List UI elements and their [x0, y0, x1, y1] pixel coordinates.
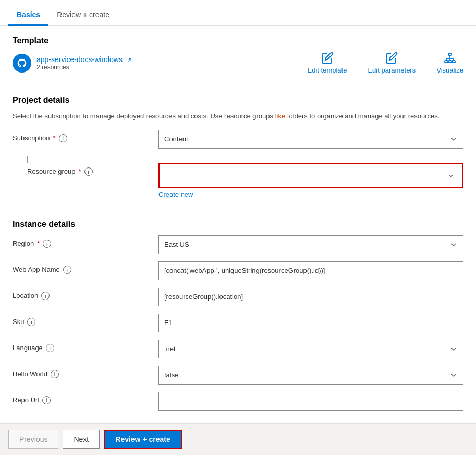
region-control: East US	[158, 235, 463, 254]
language-control: .net	[158, 340, 463, 358]
region-required: *	[37, 240, 40, 247]
web-app-name-input[interactable]	[158, 261, 463, 280]
repo-url-control	[158, 392, 463, 411]
svg-rect-1	[445, 61, 448, 63]
location-label-col: Location i	[13, 288, 158, 300]
web-app-name-row: Web App Name i	[13, 261, 463, 280]
divider-1	[13, 85, 463, 85]
location-control	[158, 288, 463, 306]
sku-label-col: Sku i	[13, 314, 158, 326]
template-info: app-service-docs-windows ↗ 2 resources	[13, 54, 132, 73]
location-input[interactable]	[158, 288, 463, 306]
subscription-row: Subscription * i Content	[13, 130, 463, 149]
hello-world-control: false true	[158, 366, 463, 385]
hello-world-row: Hello World i false true	[13, 366, 463, 385]
tab-review-create[interactable]: Review + create	[48, 6, 118, 26]
resource-group-required: *	[79, 167, 81, 175]
repo-url-label-col: Repo Url i	[13, 392, 158, 404]
subscription-label-col: Subscription * i	[13, 130, 158, 142]
web-app-name-info-icon[interactable]: i	[63, 266, 71, 274]
template-details: app-service-docs-windows ↗ 2 resources	[36, 55, 132, 71]
edit-parameters-label: Edit parameters	[368, 66, 416, 74]
svg-rect-2	[448, 61, 451, 63]
resource-group-select[interactable]	[162, 166, 460, 185]
tab-basics[interactable]: Basics	[8, 6, 48, 26]
instance-details-section: Instance details Region * i East US Web …	[13, 220, 463, 411]
location-label: Location	[13, 292, 38, 300]
bottom-nav: Previous Next Review + create	[0, 423, 476, 455]
main-content: Template app-service-docs-windows ↗ 2 re…	[0, 26, 476, 455]
region-row: Region * i East US	[13, 235, 463, 254]
visualize-icon	[444, 52, 456, 64]
template-link[interactable]: app-service-docs-windows	[36, 55, 123, 64]
edit-template-label: Edit template	[308, 66, 347, 74]
project-details-title: Project details	[13, 95, 463, 105]
template-section: Template app-service-docs-windows ↗ 2 re…	[13, 36, 463, 74]
sku-label: Sku	[13, 318, 24, 326]
subscription-required: *	[53, 134, 56, 142]
web-app-name-label-col: Web App Name i	[13, 261, 158, 274]
repo-url-label: Repo Url	[13, 396, 39, 404]
external-link-icon: ↗	[127, 56, 132, 64]
svg-rect-3	[452, 61, 455, 63]
create-new-link[interactable]: Create new	[158, 190, 193, 198]
instance-details-title: Instance details	[13, 220, 463, 229]
subscription-info-icon[interactable]: i	[59, 134, 67, 142]
template-resources: 2 resources	[36, 64, 132, 71]
edit-template-action[interactable]: Edit template	[308, 52, 347, 74]
subscription-label: Subscription	[13, 134, 50, 142]
edit-template-icon	[321, 52, 334, 64]
next-button[interactable]: Next	[63, 430, 100, 449]
hello-world-label: Hello World	[13, 370, 47, 378]
template-actions: Edit template Edit parameters	[308, 52, 463, 74]
subscription-control: Content	[158, 130, 463, 149]
resource-group-error-wrapper	[158, 163, 463, 188]
edit-parameters-icon	[385, 52, 398, 64]
region-label: Region	[13, 240, 34, 247]
resource-group-row: Resource group * i Create new	[13, 163, 463, 198]
resource-group-label: Resource group	[27, 167, 76, 175]
project-details-section: Project details Select the subscription …	[13, 95, 463, 198]
sku-control	[158, 314, 463, 332]
subscription-select[interactable]: Content	[158, 130, 463, 149]
tab-bar: Basics Review + create	[0, 0, 476, 26]
connector-line	[27, 156, 28, 163]
web-app-name-control	[158, 261, 463, 280]
language-info-icon[interactable]: i	[46, 344, 54, 352]
edit-parameters-action[interactable]: Edit parameters	[368, 52, 416, 74]
web-app-name-label: Web App Name	[13, 266, 60, 273]
language-label: Language	[13, 344, 43, 352]
hello-world-info-icon[interactable]: i	[51, 370, 59, 378]
repo-url-info-icon[interactable]: i	[42, 396, 51, 404]
sku-row: Sku i	[13, 314, 463, 332]
visualize-action[interactable]: Visualize	[436, 52, 463, 74]
location-info-icon[interactable]: i	[41, 292, 50, 300]
github-icon	[13, 54, 31, 73]
template-link-row: app-service-docs-windows ↗	[36, 55, 132, 64]
language-select[interactable]: .net	[158, 340, 463, 358]
language-label-col: Language i	[13, 340, 158, 352]
repo-url-row: Repo Url i	[13, 392, 463, 411]
sku-input[interactable]	[158, 314, 463, 332]
region-select[interactable]: East US	[158, 235, 463, 254]
review-create-button[interactable]: Review + create	[104, 430, 181, 449]
template-row: app-service-docs-windows ↗ 2 resources E…	[13, 52, 463, 74]
region-info-icon[interactable]: i	[43, 240, 51, 248]
divider-2	[13, 209, 463, 209]
highlight-like: like	[275, 112, 286, 120]
previous-button[interactable]: Previous	[8, 430, 58, 449]
language-row: Language i .net	[13, 340, 463, 358]
visualize-label: Visualize	[436, 66, 463, 74]
resource-group-info-icon[interactable]: i	[84, 167, 93, 176]
hello-world-label-col: Hello World i	[13, 366, 158, 378]
svg-rect-0	[448, 53, 451, 55]
project-details-description: Select the subscription to manage deploy…	[13, 111, 463, 122]
template-section-title: Template	[13, 36, 463, 45]
resource-group-label-col: Resource group * i	[13, 163, 158, 176]
repo-url-input[interactable]	[158, 392, 463, 411]
resource-group-control: Create new	[158, 163, 463, 198]
region-label-col: Region * i	[13, 235, 158, 248]
sku-info-icon[interactable]: i	[27, 318, 35, 326]
location-row: Location i	[13, 288, 463, 306]
hello-world-select[interactable]: false true	[158, 366, 463, 385]
